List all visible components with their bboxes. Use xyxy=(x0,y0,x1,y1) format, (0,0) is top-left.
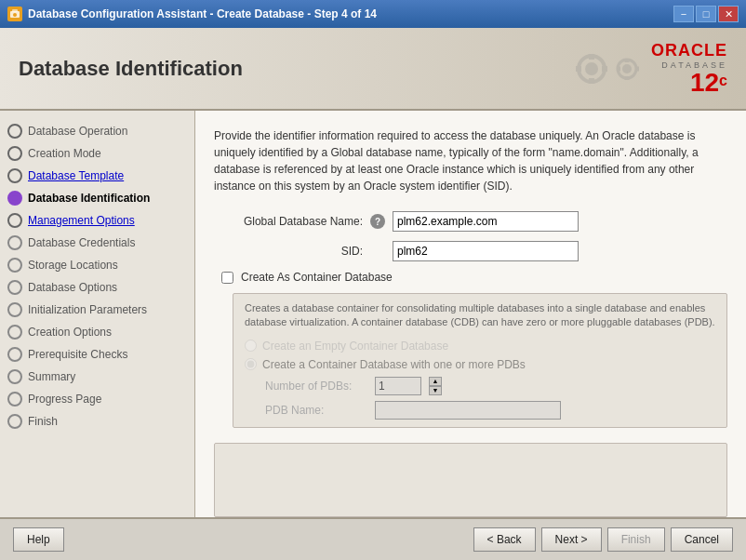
sidebar-item-label-database-operation: Database Operation xyxy=(28,125,127,138)
sid-input[interactable] xyxy=(393,241,579,261)
bottom-info-box xyxy=(214,443,727,517)
step-indicator-prerequisite-checks xyxy=(7,347,22,362)
pdb-name-input[interactable] xyxy=(375,401,561,420)
sidebar-item-management-options[interactable]: Management Options xyxy=(0,209,194,232)
sidebar-item-database-identification: Database Identification xyxy=(0,187,194,209)
empty-container-radio[interactable] xyxy=(245,340,257,352)
sidebar-item-label-database-credentials: Database Credentials xyxy=(28,236,135,249)
sidebar-item-database-template[interactable]: Database Template xyxy=(0,165,194,187)
oracle-c: c xyxy=(719,73,727,89)
svg-rect-11 xyxy=(625,59,630,62)
sidebar-item-label-creation-options: Creation Options xyxy=(28,326,112,339)
description-text: Provide the identifier information requi… xyxy=(214,127,727,194)
step-indicator-storage-locations xyxy=(7,258,22,273)
sidebar: Database Operation Creation Mode Databas… xyxy=(0,111,195,517)
minimize-button[interactable]: − xyxy=(673,6,694,22)
main-content: Provide the identifier information requi… xyxy=(195,111,746,517)
pdb-count-row: Number of PDBs: ▲ ▼ xyxy=(265,377,715,395)
svg-rect-1 xyxy=(12,9,18,12)
sidebar-item-label-prerequisite-checks: Prerequisite Checks xyxy=(28,348,127,361)
next-button[interactable]: Next > xyxy=(541,527,602,552)
sidebar-item-label-database-options: Database Options xyxy=(28,281,117,294)
footer: Help < Back Next > Finish Cancel xyxy=(0,517,746,560)
sidebar-item-database-operation: Database Operation xyxy=(0,120,194,142)
sidebar-item-label-summary: Summary xyxy=(28,370,75,383)
close-button[interactable]: ✕ xyxy=(718,6,739,22)
sidebar-item-finish: Finish xyxy=(0,410,194,433)
step-indicator-progress-page xyxy=(7,392,22,407)
step-indicator-creation-options xyxy=(7,325,22,340)
back-button[interactable]: < Back xyxy=(473,527,536,552)
svg-rect-5 xyxy=(589,54,594,60)
sidebar-item-initialization-parameters: Initialization Parameters xyxy=(0,299,194,321)
step-indicator-database-template xyxy=(7,168,22,183)
pdb-name-label: PDB Name: xyxy=(265,404,367,417)
pdb-count-down-button[interactable]: ▼ xyxy=(429,386,442,395)
svg-rect-12 xyxy=(625,76,630,80)
global-db-name-label: Global Database Name: xyxy=(214,215,363,228)
sidebar-item-database-options: Database Options xyxy=(0,276,194,299)
svg-rect-8 xyxy=(602,66,607,72)
oracle-text: ORACLE xyxy=(651,41,727,60)
global-db-name-input[interactable] xyxy=(393,211,579,232)
title-bar-controls: − □ ✕ xyxy=(673,6,739,22)
sidebar-item-prerequisite-checks: Prerequisite Checks xyxy=(0,343,194,366)
step-indicator-database-identification xyxy=(7,191,22,206)
global-db-name-row: Global Database Name: ? xyxy=(214,211,727,232)
step-indicator-finish xyxy=(7,414,22,429)
sid-label: SID: xyxy=(214,245,363,258)
sid-row: SID: xyxy=(214,241,727,261)
cancel-button[interactable]: Cancel xyxy=(671,527,733,552)
sidebar-item-label-database-identification: Database Identification xyxy=(28,192,150,205)
footer-left: Help xyxy=(13,527,64,552)
create-container-db-checkbox[interactable] xyxy=(221,272,233,284)
help-button[interactable]: Help xyxy=(13,527,64,552)
sidebar-item-progress-page: Progress Page xyxy=(0,388,194,410)
sidebar-item-storage-locations: Storage Locations xyxy=(0,254,194,276)
pdb-count-input[interactable] xyxy=(375,377,421,395)
pdb-count-up-button[interactable]: ▲ xyxy=(429,377,442,386)
container-db-section: Creates a database container for consoli… xyxy=(233,293,727,428)
empty-container-radio-row: Create an Empty Container Database xyxy=(245,340,715,353)
empty-container-label: Create an Empty Container Database xyxy=(262,340,448,353)
sidebar-item-label-initialization-parameters: Initialization Parameters xyxy=(28,303,147,316)
title-bar-left: Database Configuration Assistant - Creat… xyxy=(7,7,377,21)
sidebar-item-label-finish: Finish xyxy=(28,415,58,428)
sidebar-item-label-creation-mode: Creation Mode xyxy=(28,147,101,160)
svg-point-4 xyxy=(585,62,598,75)
window-title: Database Configuration Assistant - Creat… xyxy=(28,7,377,20)
svg-rect-6 xyxy=(589,78,594,84)
pdb-name-row: PDB Name: xyxy=(265,401,715,420)
finish-button[interactable]: Finish xyxy=(607,527,665,552)
container-db-checkbox-row: Create As Container Database xyxy=(221,271,727,284)
content-area: Database Operation Creation Mode Databas… xyxy=(0,111,746,517)
oracle-version: 12 xyxy=(690,70,719,96)
main-window: Database Identification xyxy=(0,28,746,560)
svg-point-2 xyxy=(13,13,17,17)
oracle-logo: ORACLE DATABASE 12 c xyxy=(573,41,727,96)
container-with-pdb-label: Create a Container Database with one or … xyxy=(262,358,526,371)
step-indicator-management-options xyxy=(7,213,22,228)
pdb-count-label: Number of PDBs: xyxy=(265,380,367,393)
svg-point-10 xyxy=(622,64,632,73)
step-indicator-database-operation xyxy=(7,124,22,139)
sidebar-item-summary: Summary xyxy=(0,366,194,388)
footer-right: < Back Next > Finish Cancel xyxy=(473,527,733,552)
svg-rect-14 xyxy=(635,66,639,71)
sidebar-item-label-storage-locations: Storage Locations xyxy=(28,259,118,272)
sidebar-item-label-database-template: Database Template xyxy=(28,169,124,182)
svg-rect-7 xyxy=(576,66,581,72)
container-db-checkbox-label[interactable]: Create As Container Database xyxy=(241,271,393,284)
step-indicator-database-options xyxy=(7,280,22,295)
step-indicator-initialization-parameters xyxy=(7,302,22,317)
maximize-button[interactable]: □ xyxy=(696,6,716,22)
sidebar-item-database-credentials: Database Credentials xyxy=(0,232,194,254)
sidebar-item-creation-mode: Creation Mode xyxy=(0,142,194,165)
pdb-count-spinner[interactable]: ▲ ▼ xyxy=(429,377,442,395)
title-bar: Database Configuration Assistant - Creat… xyxy=(0,0,746,28)
sidebar-item-label-progress-page: Progress Page xyxy=(28,393,101,406)
info-icon-global-db[interactable]: ? xyxy=(370,214,385,229)
container-with-pdb-radio[interactable] xyxy=(245,358,257,370)
container-db-description: Creates a database container for consoli… xyxy=(245,301,715,330)
step-indicator-summary xyxy=(7,369,22,384)
